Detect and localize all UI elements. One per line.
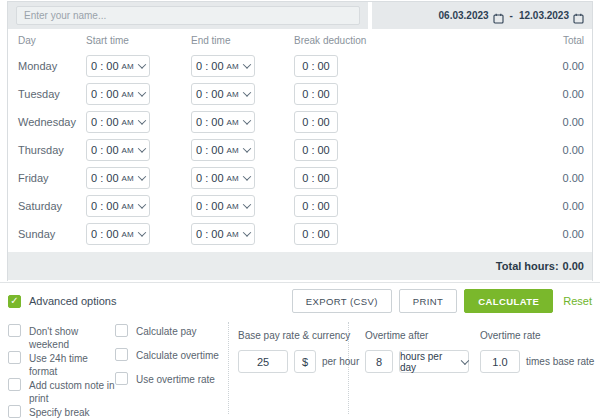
- break-deduction-input[interactable]: 0:00: [294, 139, 338, 161]
- colon: :: [205, 116, 208, 128]
- calendar-icon[interactable]: [493, 10, 504, 21]
- start-time-select[interactable]: 0:00 AM: [86, 83, 150, 105]
- minute-value: 00: [317, 144, 329, 156]
- colon: :: [311, 228, 314, 240]
- chevron-down-icon: [243, 172, 251, 180]
- colon: :: [205, 228, 208, 240]
- row-total: 0.00: [563, 144, 584, 156]
- break-deduction-input[interactable]: 0:00: [294, 111, 338, 133]
- date-range-separator: -: [510, 10, 513, 21]
- times-base-rate-label: times base rate: [526, 356, 594, 367]
- row-total: 0.00: [563, 200, 584, 212]
- calculate-button[interactable]: CALCULATE: [464, 289, 553, 313]
- chevron-down-icon: [243, 88, 251, 96]
- end-time-select[interactable]: 0:00 AM: [191, 195, 255, 217]
- break-deduction-input[interactable]: 0:00: [294, 195, 338, 217]
- ampm-value: AM: [227, 62, 239, 71]
- hour-value: 0: [196, 60, 202, 72]
- checkbox[interactable]: [115, 348, 128, 361]
- end-time-select[interactable]: 0:00 AM: [191, 139, 255, 161]
- start-time-select[interactable]: 0:00 AM: [86, 139, 150, 161]
- hour-value: 0: [91, 116, 97, 128]
- end-time-select[interactable]: 0:00 AM: [191, 55, 255, 77]
- date-to[interactable]: 12.03.2023: [519, 10, 569, 21]
- chevron-down-icon: [138, 200, 146, 208]
- break-deduction-input[interactable]: 0:00: [294, 167, 338, 189]
- chevron-down-icon: [138, 228, 146, 236]
- option-row: Use 24h time format: [8, 351, 116, 378]
- start-time-select[interactable]: 0:00 AM: [86, 111, 150, 133]
- overtime-unit-select[interactable]: hours per day: [399, 350, 469, 373]
- end-time-select[interactable]: 0:00 AM: [191, 167, 255, 189]
- overtime-after-input[interactable]: [365, 350, 393, 373]
- start-time-select[interactable]: 0:00 AM: [86, 223, 150, 245]
- option-row: Calculate pay: [115, 324, 225, 348]
- minute-value: 00: [106, 116, 118, 128]
- minute-value: 00: [211, 200, 223, 212]
- minute-value: 00: [211, 144, 223, 156]
- end-time-select[interactable]: 0:00 AM: [191, 223, 255, 245]
- break-deduction-input[interactable]: 0:00: [294, 223, 338, 245]
- advanced-options-checkbox[interactable]: ✓: [8, 295, 21, 308]
- print-button[interactable]: PRINT: [399, 289, 458, 313]
- checkbox[interactable]: [8, 351, 21, 364]
- ampm-value: AM: [227, 230, 239, 239]
- name-input[interactable]: [16, 6, 360, 25]
- calendar-icon[interactable]: [573, 10, 584, 21]
- chevron-down-icon: [243, 144, 251, 152]
- chevron-down-icon: [461, 356, 469, 364]
- start-time-select[interactable]: 0:00 AM: [86, 167, 150, 189]
- break-deduction-input[interactable]: 0:00: [294, 55, 338, 77]
- day-label: Tuesday: [18, 88, 86, 100]
- colon: :: [100, 172, 103, 184]
- end-time-select[interactable]: 0:00 AM: [191, 83, 255, 105]
- break-deduction-input[interactable]: 0:00: [294, 83, 338, 105]
- checkbox[interactable]: [115, 324, 128, 337]
- minute-value: 00: [106, 200, 118, 212]
- colon: :: [100, 88, 103, 100]
- column-header-total: Total: [563, 35, 584, 46]
- overtime-rate-input[interactable]: [480, 350, 520, 373]
- option-row: Specify break start/end time: [8, 405, 116, 418]
- checkbox[interactable]: [8, 405, 21, 418]
- base-pay-rate-input[interactable]: [238, 350, 288, 373]
- minute-value: 00: [106, 228, 118, 240]
- table-header: Day Start time End time Break deduction …: [8, 29, 592, 52]
- ampm-value: AM: [122, 202, 134, 211]
- colon: :: [311, 116, 314, 128]
- day-label: Sunday: [18, 228, 86, 240]
- checkbox[interactable]: [8, 324, 21, 337]
- export-csv-button[interactable]: EXPORT (CSV): [292, 289, 392, 313]
- checkbox-label: Don't show weekend: [29, 324, 116, 351]
- base-pay-section: Base pay rate & currency per hour: [238, 330, 359, 373]
- minute-value: 00: [106, 60, 118, 72]
- table-row: Thursday 0:00 AM 0:00 AM 0:00 0.00: [8, 136, 592, 164]
- date-range-panel: 06.03.2023 - 12.03.2023: [372, 2, 592, 29]
- checkbox-label: Calculate pay: [136, 324, 197, 338]
- options-column-2: Calculate pay Calculate overtime Use ove…: [115, 324, 225, 396]
- reset-link[interactable]: Reset: [563, 295, 592, 307]
- total-hours-bar: Total hours: 0.00: [8, 252, 592, 280]
- start-time-select[interactable]: 0:00 AM: [86, 195, 150, 217]
- hour-value: 0: [196, 144, 202, 156]
- option-row: Calculate overtime: [115, 348, 225, 372]
- colon: :: [100, 60, 103, 72]
- start-time-select[interactable]: 0:00 AM: [86, 55, 150, 77]
- currency-input[interactable]: [294, 350, 316, 373]
- hour-value: 0: [302, 144, 308, 156]
- checkbox[interactable]: [115, 372, 128, 385]
- chevron-down-icon: [243, 116, 251, 124]
- minute-value: 00: [317, 228, 329, 240]
- colon: :: [100, 116, 103, 128]
- date-from[interactable]: 06.03.2023: [439, 10, 489, 21]
- top-bar: 06.03.2023 - 12.03.2023: [8, 2, 592, 29]
- timesheet-calculator: 06.03.2023 - 12.03.2023 Day Start time E…: [0, 0, 600, 418]
- end-time-select[interactable]: 0:00 AM: [191, 111, 255, 133]
- row-total: 0.00: [563, 116, 584, 128]
- minute-value: 00: [317, 88, 329, 100]
- minute-value: 00: [106, 88, 118, 100]
- table-row: Tuesday 0:00 AM 0:00 AM 0:00 0.00: [8, 80, 592, 108]
- checkbox[interactable]: [8, 378, 21, 391]
- ampm-value: AM: [122, 62, 134, 71]
- overtime-rate-label: Overtime rate: [480, 330, 594, 341]
